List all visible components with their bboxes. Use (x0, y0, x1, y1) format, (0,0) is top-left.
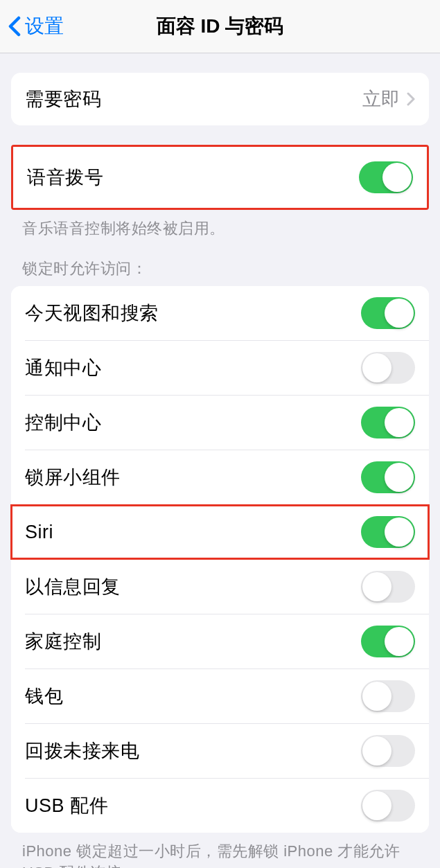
voice-dial-row: 语音拨号 (13, 147, 427, 208)
toggle-knob (385, 408, 414, 437)
voice-dial-label: 语音拨号 (27, 165, 103, 190)
lock-access-toggle[interactable] (361, 352, 415, 384)
lock-access-label: Siri (25, 522, 53, 543)
lock-access-toggle[interactable] (361, 461, 415, 493)
lock-access-toggle[interactable] (361, 571, 415, 603)
toggle-knob (362, 791, 391, 820)
voice-dial-footer: 音乐语音控制将始终被启用。 (0, 210, 440, 239)
require-passcode-row[interactable]: 需要密码 立即 (11, 73, 429, 125)
lock-access-row: USB 配件 (11, 779, 429, 833)
toggle-knob (362, 682, 391, 711)
toggle-knob (362, 736, 391, 765)
row-right: 立即 (362, 87, 415, 112)
lock-access-row: Siri (11, 505, 429, 559)
page-title: 面容 ID 与密码 (157, 13, 284, 39)
lock-access-label: 锁屏小组件 (25, 465, 121, 490)
require-passcode-group: 需要密码 立即 (11, 73, 429, 125)
lock-access-footer: iPhone 锁定超过一小时后，需先解锁 iPhone 才能允许USB 配件连接… (0, 833, 440, 868)
lock-access-toggle[interactable] (361, 735, 415, 767)
lock-access-group: 今天视图和搜索通知中心控制中心锁屏小组件Siri以信息回复家庭控制钱包回拨未接来… (11, 286, 429, 833)
chevron-right-icon (407, 92, 415, 106)
require-passcode-value: 立即 (362, 87, 400, 112)
lock-access-row: 家庭控制 (11, 614, 429, 668)
toggle-knob (385, 517, 414, 547)
lock-access-row: 通知中心 (11, 341, 429, 395)
require-passcode-label: 需要密码 (25, 87, 101, 112)
voice-dial-highlight: 语音拨号 (11, 145, 429, 210)
lock-access-label: 家庭控制 (25, 629, 101, 654)
lock-access-label: 回拨未接来电 (25, 738, 139, 763)
toggle-knob (362, 572, 391, 601)
lock-access-row: 回拨未接来电 (11, 724, 429, 778)
lock-access-toggle[interactable] (361, 680, 415, 712)
lock-access-toggle[interactable] (361, 407, 415, 439)
lock-access-label: 以信息回复 (25, 574, 121, 599)
toggle-knob (385, 463, 414, 492)
lock-access-label: 通知中心 (25, 355, 101, 380)
toggle-knob (382, 163, 412, 192)
toggle-knob (362, 353, 391, 382)
lock-access-label: 钱包 (25, 684, 63, 709)
voice-dial-toggle[interactable] (359, 161, 413, 193)
navigation-bar: 设置 面容 ID 与密码 (0, 0, 440, 53)
lock-access-row: 以信息回复 (11, 560, 429, 614)
back-button[interactable]: 设置 (8, 13, 64, 39)
back-label: 设置 (25, 13, 64, 39)
lock-access-row: 锁屏小组件 (11, 450, 429, 504)
lock-access-header: 锁定时允许访问： (0, 239, 440, 286)
lock-access-label: 今天视图和搜索 (25, 301, 159, 326)
chevron-left-icon (8, 16, 21, 37)
lock-access-row: 今天视图和搜索 (11, 286, 429, 340)
toggle-knob (385, 627, 414, 656)
lock-access-row: 控制中心 (11, 396, 429, 450)
toggle-knob (385, 299, 414, 328)
lock-access-toggle[interactable] (361, 626, 415, 657)
lock-access-toggle[interactable] (361, 297, 415, 329)
lock-access-toggle[interactable] (361, 516, 415, 548)
lock-access-label: USB 配件 (25, 793, 108, 818)
lock-access-label: 控制中心 (25, 410, 101, 435)
content: 需要密码 立即 语音拨号 音乐语音控制将始终被启用。 锁定时允许访问： 今天视图… (0, 73, 440, 868)
lock-access-row: 钱包 (11, 669, 429, 723)
lock-access-toggle[interactable] (361, 790, 415, 822)
